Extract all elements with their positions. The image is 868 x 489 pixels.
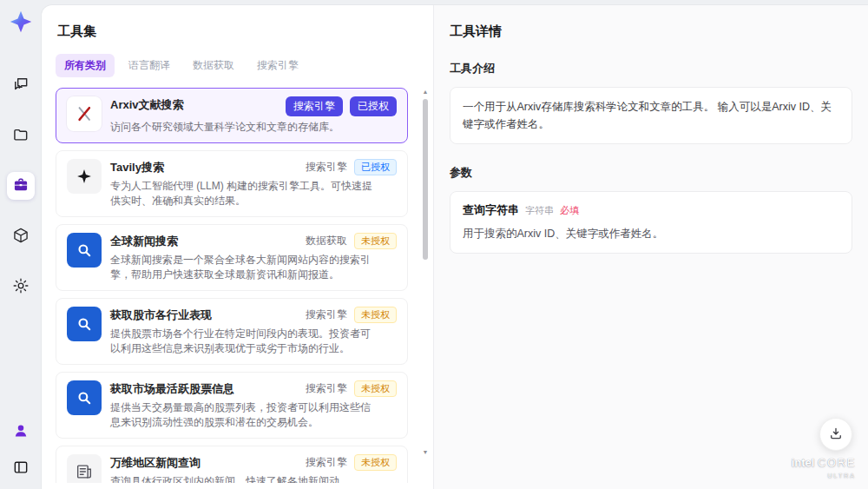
tool-intro-box: 一个用于从Arxiv存储库搜索科学论文和文章的工具。 输入可以是Arxiv ID… (450, 87, 852, 144)
sidebar-item-packages[interactable] (7, 222, 35, 250)
details-title: 工具详情 (450, 23, 852, 40)
tool-title: 全球新闻搜索 (110, 233, 306, 249)
intel-wordmark: intel (792, 456, 815, 469)
panel-icon (12, 459, 30, 479)
auth-badge: 未授权 (354, 380, 397, 397)
tool-card-body: 万维地区新闻查询 搜索引擎未授权 查询具体行政区划内的新闻，快速了解各地新闻动 (110, 454, 397, 483)
tool-intro-text: 一个用于从Arxiv存储库搜索科学论文和文章的工具。 输入可以是Arxiv ID… (463, 98, 839, 133)
sidebar-bottom (7, 418, 35, 482)
tool-card-body: 全球新闻搜索 数据获取未授权 全球新闻搜索是一个聚合全球各大新闻网站内容的搜索引… (110, 233, 397, 282)
gear-icon (12, 277, 30, 297)
scroll-down-icon[interactable]: ▼ (423, 449, 429, 456)
category-badge: 数据获取 (306, 234, 347, 248)
tool-card-body: 获取市场最活跃股票信息 搜索引擎未授权 提供当天交易量最高的股票列表，投资者可以… (110, 380, 397, 430)
page-title: 工具集 (57, 23, 419, 40)
intro-heading: 工具介绍 (450, 61, 852, 76)
tool-badges: 数据获取未授权 (306, 233, 397, 249)
auth-badge: 已授权 (350, 96, 397, 116)
sidebar-item-chats[interactable] (7, 71, 35, 99)
param-box: 查询字符串 字符串 必填 用于搜索的Arxiv ID、关键字或作者姓名。 (450, 191, 852, 254)
auth-badge: 未授权 (354, 233, 397, 249)
tool-card[interactable]: 万维地区新闻查询 搜索引擎未授权 查询具体行政区划内的新闻，快速了解各地新闻动 (56, 446, 408, 483)
tools-list: Arxiv文献搜索 搜索引擎已授权 访问各个研究领域大量科学论文和文章的存储库。… (56, 88, 419, 483)
tool-badges: 搜索引擎未授权 (306, 307, 397, 323)
tool-card-body: Tavily搜索 搜索引擎已授权 专为人工智能代理 (LLM) 构建的搜索引擎工… (110, 159, 397, 208)
tool-description: 访问各个研究领域大量科学论文和文章的存储库。 (110, 120, 372, 135)
category-badge: 搜索引擎 (306, 381, 347, 396)
tool-title: 获取股市各行业表现 (110, 307, 306, 323)
sidebar-item-toggle-panel[interactable] (7, 454, 35, 482)
chat-icon (12, 76, 30, 96)
tool-card[interactable]: Tavily搜索 搜索引擎已授权 专为人工智能代理 (LLM) 构建的搜索引擎工… (56, 150, 408, 217)
tool-card-body: Arxiv文献搜索 搜索引擎已授权 访问各个研究领域大量科学论文和文章的存储库。 (110, 96, 397, 135)
tool-title: Tavily搜索 (110, 159, 306, 175)
scroll-up-icon[interactable]: ▲ (423, 89, 429, 96)
tool-description: 查询具体行政区划内的新闻，快速了解各地新闻动 (110, 474, 372, 483)
sidebar-item-files[interactable] (7, 122, 35, 149)
sparkle-icon (67, 159, 102, 194)
tool-badges: 搜索引擎已授权 (306, 159, 397, 175)
core-wordmark: CORE (818, 456, 856, 469)
tool-badges: 搜索引擎已授权 (286, 96, 397, 116)
tools-list-panel: 工具集 所有类别语言翻译数据获取搜索引擎 Arxiv文献搜索 搜索引擎已授权 访… (42, 5, 434, 489)
arxiv-icon (67, 96, 102, 131)
intel-core-logo: intel CORE ULTRA (792, 457, 856, 481)
cube-icon (12, 227, 30, 247)
category-badge: 搜索引擎 (286, 96, 343, 116)
sidebar-nav (7, 71, 35, 301)
newspaper-icon (67, 454, 102, 483)
tool-badges: 搜索引擎未授权 (306, 380, 397, 397)
params-heading: 参数 (450, 165, 852, 181)
ultra-wordmark: ULTRA (792, 470, 856, 481)
download-button[interactable] (819, 418, 852, 451)
auth-badge: 未授权 (354, 454, 397, 471)
auth-badge: 已授权 (354, 159, 397, 175)
tool-card[interactable]: 获取股市各行业表现 搜索引擎未授权 提供股票市场各个行业在特定时间段内的表现。投… (56, 298, 408, 365)
tool-description: 提供当天交易量最高的股票列表，投资者可以利用这些信息来识别流动性强的股票和潜在的… (110, 400, 372, 430)
sidebar (0, 0, 42, 489)
sidebar-item-settings[interactable] (7, 273, 35, 301)
app-window: 工具集 所有类别语言翻译数据获取搜索引擎 Arxiv文献搜索 搜索引擎已授权 访… (0, 0, 868, 489)
tool-title: 万维地区新闻查询 (110, 454, 306, 471)
param-header: 查询字符串 字符串 必填 (463, 202, 839, 218)
scrollbar-thumb[interactable] (423, 99, 428, 260)
tool-card[interactable]: 获取市场最活跃股票信息 搜索引擎未授权 提供当天交易量最高的股票列表，投资者可以… (56, 372, 408, 439)
app-logo-icon (8, 9, 34, 35)
tab-0[interactable]: 所有类别 (56, 54, 115, 77)
toolbox-icon (12, 176, 30, 196)
tool-description: 提供股票市场各个行业在特定时间段内的表现。投资者可以利用这些信息来识别表现优于或… (110, 327, 372, 356)
tool-details-panel: 工具详情 工具介绍 一个用于从Arxiv存储库搜索科学论文和文章的工具。 输入可… (434, 5, 868, 489)
search-blue-icon (67, 307, 102, 341)
sidebar-item-tools[interactable] (7, 172, 35, 200)
sidebar-item-profile[interactable] (7, 418, 35, 446)
main-panel: 工具集 所有类别语言翻译数据获取搜索引擎 Arxiv文献搜索 搜索引擎已授权 访… (42, 5, 868, 489)
search-blue-icon (67, 233, 102, 268)
tool-badges: 搜索引擎未授权 (306, 454, 397, 471)
tool-description: 全球新闻搜索是一个聚合全球各大新闻网站内容的搜索引擎，帮助用户快速获取全球最新资… (110, 253, 372, 282)
tool-description: 专为人工智能代理 (LLM) 构建的搜索引擎工具。可快速提供实时、准确和真实的结… (110, 179, 372, 208)
tab-2[interactable]: 数据获取 (184, 54, 243, 77)
tool-card[interactable]: 全球新闻搜索 数据获取未授权 全球新闻搜索是一个聚合全球各大新闻网站内容的搜索引… (56, 224, 408, 291)
category-tabs: 所有类别语言翻译数据获取搜索引擎 (56, 54, 419, 77)
download-icon (828, 426, 844, 444)
category-badge: 搜索引擎 (306, 307, 347, 322)
folder-icon (12, 126, 30, 146)
search-blue-icon (67, 380, 102, 415)
tab-3[interactable]: 搜索引擎 (248, 54, 307, 77)
category-badge: 搜索引擎 (306, 455, 347, 470)
auth-badge: 未授权 (354, 307, 397, 323)
tool-card[interactable]: Arxiv文献搜索 搜索引擎已授权 访问各个研究领域大量科学论文和文章的存储库。 (56, 88, 408, 143)
param-type: 字符串 (525, 204, 554, 217)
tool-card-body: 获取股市各行业表现 搜索引擎未授权 提供股票市场各个行业在特定时间段内的表现。投… (110, 307, 397, 356)
category-badge: 搜索引擎 (306, 160, 347, 175)
param-name: 查询字符串 (463, 202, 519, 218)
param-required-flag: 必填 (560, 204, 579, 217)
user-icon (12, 422, 30, 442)
tool-title: 获取市场最活跃股票信息 (110, 380, 306, 397)
tab-1[interactable]: 语言翻译 (120, 54, 179, 77)
scrollbar[interactable]: ▲ ▼ (421, 89, 430, 456)
param-description: 用于搜索的Arxiv ID、关键字或作者姓名。 (463, 225, 839, 242)
tool-title: Arxiv文献搜索 (110, 96, 286, 113)
